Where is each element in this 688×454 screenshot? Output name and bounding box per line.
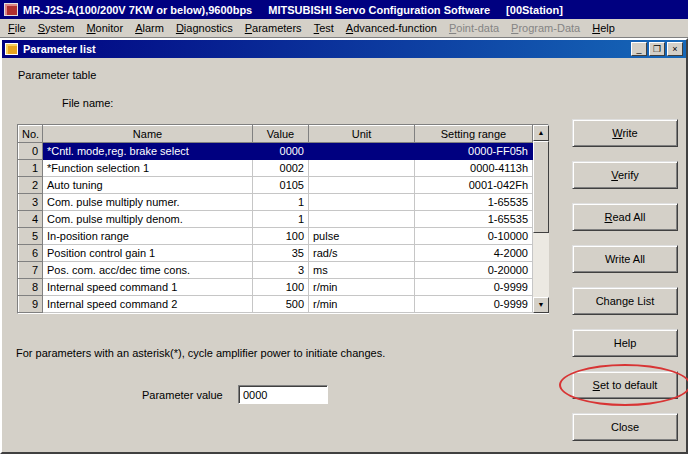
table-row[interactable]: 8 Internal speed command 1 100 r/min 0-9…	[19, 279, 533, 296]
header-setting-range: Setting range	[415, 126, 533, 143]
param-no-cell: 1	[19, 160, 43, 177]
parameter-value-input[interactable]	[238, 385, 328, 404]
param-no-cell: 5	[19, 228, 43, 245]
application-window: MR-J2S-A(100/200V 7KW or below),9600bps …	[0, 0, 688, 454]
command-button-column: Write Verify Read All Write All Change L…	[572, 119, 678, 441]
menubar: File System Monitor Alarm Diagnostics Pa…	[0, 19, 688, 38]
table-row[interactable]: 4 Com. pulse multiply denom. 1 1-65535	[19, 211, 533, 228]
menu-item-alarm[interactable]: Alarm	[129, 20, 170, 36]
client-area: Parameter table File name: No. Name Valu…	[2, 58, 686, 452]
scroll-up-icon[interactable]: ▲	[533, 125, 549, 141]
menu-item-point-data: Point-data	[443, 20, 505, 36]
write-button[interactable]: Write	[572, 119, 678, 147]
param-name-cell: Internal speed command 2	[43, 296, 253, 313]
header-no: No.	[19, 126, 43, 143]
table-row[interactable]: 7 Pos. com. acc/dec time cons. 3 ms 0-20…	[19, 262, 533, 279]
header-value: Value	[253, 126, 309, 143]
param-unit-cell: rad/s	[309, 245, 415, 262]
menu-item-parameters[interactable]: Parameters	[239, 20, 308, 36]
param-range-cell: 1-65535	[415, 211, 533, 228]
param-unit-cell	[309, 211, 415, 228]
param-range-cell: 0-9999	[415, 296, 533, 313]
param-value-cell: 100	[253, 228, 309, 245]
parameter-value-label: Parameter value	[142, 389, 223, 401]
param-unit-cell	[309, 177, 415, 194]
param-name-cell: Auto tuning	[43, 177, 253, 194]
param-value-cell: 1	[253, 211, 309, 228]
window-controls: _ ❐ ×	[631, 42, 683, 56]
param-range-cell: 0-20000	[415, 262, 533, 279]
menu-item-test[interactable]: Test	[308, 20, 340, 36]
menu-item-monitor[interactable]: Monitor	[80, 20, 129, 36]
table-row[interactable]: 9 Internal speed command 2 500 r/min 0-9…	[19, 296, 533, 313]
menu-item-file[interactable]: File	[2, 20, 32, 36]
parameter-list-window-icon	[5, 43, 18, 55]
parameter-list-titlebar[interactable]: Parameter list _ ❐ ×	[2, 40, 686, 58]
set-to-default-button[interactable]: Set to default	[572, 371, 678, 399]
param-unit-cell	[309, 143, 415, 160]
scroll-down-icon[interactable]: ▼	[533, 297, 549, 313]
param-value-cell: 3	[253, 262, 309, 279]
param-name-cell: In-position range	[43, 228, 253, 245]
param-range-cell: 0-9999	[415, 279, 533, 296]
parameter-list-window: Parameter list _ ❐ × Parameter table Fil…	[0, 38, 688, 454]
parameter-table: No. Name Value Unit Setting range 0 *Cnt…	[17, 124, 549, 314]
param-range-cell: 0000-4113h	[415, 160, 533, 177]
param-range-cell: 1-65535	[415, 194, 533, 211]
param-no-cell: 9	[19, 296, 43, 313]
param-range-cell: 0001-042Fh	[415, 177, 533, 194]
menu-item-program-data: Program-Data	[505, 20, 586, 36]
table-row[interactable]: 6 Position control gain 1 35 rad/s 4-200…	[19, 245, 533, 262]
file-name-label: File name:	[62, 97, 113, 109]
param-value-cell: 1	[253, 194, 309, 211]
menu-item-help[interactable]: Help	[586, 20, 621, 36]
param-name-cell: *Cntl. mode,reg. brake select	[43, 143, 253, 160]
close-button[interactable]: Close	[572, 413, 678, 441]
param-name-cell: *Function selection 1	[43, 160, 253, 177]
scrollbar-thumb[interactable]	[533, 141, 549, 233]
param-unit-cell: r/min	[309, 279, 415, 296]
minimize-button[interactable]: _	[631, 42, 647, 56]
param-value-cell: 100	[253, 279, 309, 296]
param-unit-cell: r/min	[309, 296, 415, 313]
header-unit: Unit	[309, 126, 415, 143]
param-value-cell: 0105	[253, 177, 309, 194]
param-range-cell: 4-2000	[415, 245, 533, 262]
table-row[interactable]: 1 *Function selection 1 0002 0000-4113h	[19, 160, 533, 177]
param-name-cell: Com. pulse multiply denom.	[43, 211, 253, 228]
param-no-cell: 2	[19, 177, 43, 194]
maximize-button[interactable]: ❐	[649, 42, 665, 56]
table-header-row: No. Name Value Unit Setting range	[19, 126, 533, 143]
menu-item-system[interactable]: System	[32, 20, 81, 36]
parameter-table-label: Parameter table	[18, 69, 96, 81]
param-no-cell: 6	[19, 245, 43, 262]
param-range-cell: 0000-FF05h	[415, 143, 533, 160]
menu-item-diagnostics[interactable]: Diagnostics	[170, 20, 239, 36]
param-range-cell: 0-10000	[415, 228, 533, 245]
window-title-station: [00Station]	[506, 4, 563, 16]
param-no-cell: 7	[19, 262, 43, 279]
param-unit-cell: ms	[309, 262, 415, 279]
table-scrollbar[interactable]: ▲ ▼	[533, 125, 549, 313]
read-all-button[interactable]: Read All	[572, 203, 678, 231]
change-list-button[interactable]: Change List	[572, 287, 678, 315]
window-title-app: MITSUBISHI Servo Configuration Software	[268, 4, 490, 16]
verify-button[interactable]: Verify	[572, 161, 678, 189]
write-all-button[interactable]: Write All	[572, 245, 678, 273]
menu-item-advanced-function[interactable]: Advanced-function	[340, 20, 443, 36]
table-row[interactable]: 2 Auto tuning 0105 0001-042Fh	[19, 177, 533, 194]
parameter-grid: No. Name Value Unit Setting range 0 *Cnt…	[18, 125, 533, 313]
table-row[interactable]: 5 In-position range 100 pulse 0-10000	[19, 228, 533, 245]
table-row[interactable]: 0 *Cntl. mode,reg. brake select 0000 000…	[19, 143, 533, 160]
param-value-cell: 500	[253, 296, 309, 313]
param-unit-cell: pulse	[309, 228, 415, 245]
param-no-cell: 0	[19, 143, 43, 160]
param-unit-cell	[309, 194, 415, 211]
param-no-cell: 4	[19, 211, 43, 228]
titlebar[interactable]: MR-J2S-A(100/200V 7KW or below),9600bps …	[0, 0, 688, 19]
scrollbar-track[interactable]	[533, 233, 549, 297]
titlebar-close-button[interactable]: ×	[667, 42, 683, 56]
param-no-cell: 3	[19, 194, 43, 211]
help-button[interactable]: Help	[572, 329, 678, 357]
table-row[interactable]: 3 Com. pulse multiply numer. 1 1-65535	[19, 194, 533, 211]
